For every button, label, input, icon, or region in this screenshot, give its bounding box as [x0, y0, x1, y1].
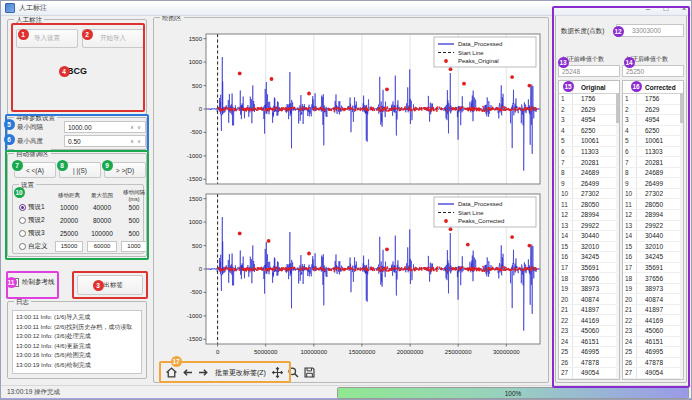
peak-index: 11	[559, 199, 573, 209]
peak-value: 2629	[637, 106, 659, 113]
peak-row[interactable]: 2040874	[559, 294, 619, 305]
peak-row[interactable]: 720281	[623, 157, 683, 168]
peaks-before-field[interactable]: 25248	[558, 65, 620, 77]
peak-row[interactable]: 2546995	[559, 347, 619, 358]
peak-row[interactable]: 1938973	[559, 284, 619, 295]
radio-icon[interactable]	[19, 230, 26, 237]
peak-index: 16	[559, 252, 573, 262]
peak-row[interactable]: 1027302	[623, 189, 683, 200]
radio-icon[interactable]	[19, 217, 26, 224]
peak-row[interactable]: 510061	[623, 136, 683, 147]
peak-row[interactable]: 34954	[559, 115, 619, 126]
peak-row[interactable]: 1128050	[623, 199, 683, 210]
peak-row[interactable]: 1027302	[559, 189, 619, 200]
peak-row[interactable]: 46250	[623, 126, 683, 137]
peak-row[interactable]: 926499	[559, 178, 619, 189]
custom-interval-input[interactable]: 1000	[121, 241, 147, 252]
forward-arrow-icon[interactable]	[196, 366, 210, 380]
peak-row[interactable]: 720281	[559, 157, 619, 168]
scrollbar[interactable]	[680, 93, 683, 379]
peak-row[interactable]: 1329922	[559, 221, 619, 232]
home-icon[interactable]	[164, 366, 178, 380]
peak-row[interactable]: 1837656	[623, 273, 683, 284]
preset-row[interactable]: 预设1 10000 40000 500	[17, 201, 139, 214]
peak-row[interactable]: 2749054	[559, 368, 619, 379]
peak-row[interactable]: 2040874	[623, 294, 683, 305]
peak-row[interactable]: 11756	[559, 94, 619, 105]
peak-index: 18	[559, 273, 573, 283]
peak-row[interactable]: 1228994	[559, 210, 619, 221]
custom-range-input[interactable]: 60000	[87, 241, 117, 252]
peak-row[interactable]: 2749054	[623, 368, 683, 379]
maximize-button[interactable]: □	[657, 2, 675, 15]
custom-row[interactable]: 自定义 15000 60000 1000	[17, 240, 139, 253]
min-height-spinbox[interactable]: 0.50 ∧ ∨	[64, 135, 146, 147]
zoom-icon[interactable]	[287, 366, 301, 380]
log-output[interactable]: 13:00:11 Info: (1/6)导入完成13:00:11 Info: (…	[12, 310, 142, 374]
spinner-arrows-icon[interactable]: ∧ ∨	[130, 124, 142, 130]
min-distance-spinbox[interactable]: 1000.00 ∧ ∨	[64, 121, 146, 133]
peak-row[interactable]: 22629	[623, 105, 683, 116]
save-icon[interactable]	[303, 366, 317, 380]
preset-row[interactable]: 预设2 20000 80000 500	[17, 214, 139, 227]
peak-row[interactable]: 1938973	[623, 284, 683, 295]
preset-value: 100000	[85, 230, 119, 237]
peak-row[interactable]: 1228994	[623, 210, 683, 221]
peak-index: 7	[623, 157, 637, 167]
peak-row[interactable]: 2546995	[623, 347, 683, 358]
peak-row[interactable]: 2244169	[559, 315, 619, 326]
peak-row[interactable]: 2345060	[559, 326, 619, 337]
peak-row[interactable]: 2244169	[623, 315, 683, 326]
peak-row[interactable]: 46250	[559, 126, 619, 137]
plot-canvas[interactable]: 150010005000-500-1000-1500Data_Processed…	[156, 26, 546, 364]
peak-row[interactable]: 1634245	[559, 252, 619, 263]
close-button[interactable]: ×	[675, 2, 692, 15]
peak-row[interactable]: 2446151	[623, 337, 683, 348]
peak-row[interactable]: 1430440	[559, 231, 619, 242]
peak-row[interactable]: 926499	[623, 178, 683, 189]
peak-row[interactable]: 2647878	[623, 358, 683, 369]
spinner-arrows-icon[interactable]: ∧ ∨	[130, 138, 142, 144]
peak-row[interactable]: 611303	[559, 147, 619, 158]
peak-row[interactable]: 2141897	[559, 305, 619, 316]
custom-distance-input[interactable]: 15000	[55, 241, 83, 252]
peak-row[interactable]: 1837656	[559, 273, 619, 284]
pan-icon[interactable]	[271, 366, 285, 380]
preset-row[interactable]: 预设3 25000 100000 500	[17, 227, 139, 240]
minimize-button[interactable]: –	[639, 2, 657, 15]
peak-row[interactable]: 11756	[623, 94, 683, 105]
peak-row[interactable]: 2446151	[559, 337, 619, 348]
peak-row[interactable]: 2647878	[559, 358, 619, 369]
radio-icon[interactable]	[19, 204, 26, 211]
peak-row[interactable]: 1532010	[559, 242, 619, 253]
reference-line-checkbox[interactable]: 绘制参考线	[10, 278, 55, 287]
back-arrow-icon[interactable]	[180, 366, 194, 380]
radio-icon[interactable]	[19, 243, 26, 250]
peak-row[interactable]: 1735691	[559, 263, 619, 274]
corrected-peaks-list[interactable]: Corrected 117562262934954462505100616113…	[622, 80, 684, 380]
peak-row[interactable]: 1430440	[623, 231, 683, 242]
stop-button[interactable]: | |(S)	[59, 162, 101, 178]
peak-row[interactable]: 22629	[559, 105, 619, 116]
peak-row[interactable]: 1532010	[623, 242, 683, 253]
data-length-field[interactable]: 33003000	[616, 24, 684, 37]
peak-row[interactable]: 824689	[559, 168, 619, 179]
peak-row[interactable]: 1735691	[623, 263, 683, 274]
peak-row[interactable]: 34954	[623, 115, 683, 126]
peak-row[interactable]: 611303	[623, 147, 683, 158]
peak-row[interactable]: 510061	[559, 136, 619, 147]
start-import-button[interactable]: 开始导入	[82, 29, 144, 48]
peak-row[interactable]: 2345060	[623, 326, 683, 337]
peak-row[interactable]: 1128050	[559, 199, 619, 210]
import-settings-button[interactable]: 导入设置	[16, 29, 78, 48]
move-left-button[interactable]: < <(A)	[14, 162, 56, 178]
peak-row[interactable]: 2141897	[623, 305, 683, 316]
original-peaks-list[interactable]: Original 1175622629349544625051006161130…	[558, 80, 620, 380]
move-right-button[interactable]: > >(D)	[104, 162, 146, 178]
peak-row[interactable]: 1634245	[623, 252, 683, 263]
peak-row[interactable]: 1329922	[623, 221, 683, 232]
peaks-after-field[interactable]: 25250	[622, 65, 684, 77]
scrollbar[interactable]	[616, 93, 619, 379]
export-labels-button[interactable]: 导出标签	[77, 275, 143, 295]
peak-row[interactable]: 824689	[623, 168, 683, 179]
